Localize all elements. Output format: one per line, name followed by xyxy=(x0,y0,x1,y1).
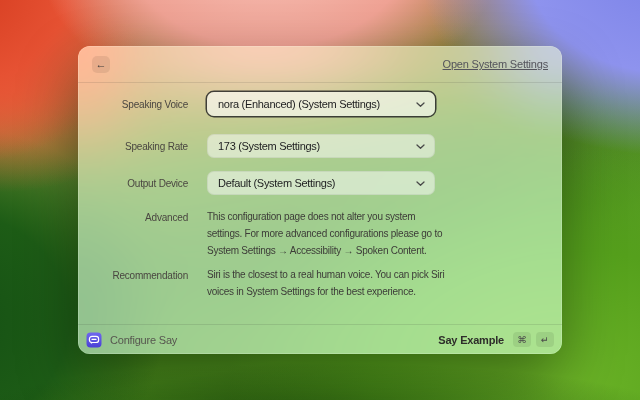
advanced-note: Advanced This configuration page does no… xyxy=(78,208,562,259)
configure-say-window: ← Open System Settings Speaking Voice no… xyxy=(78,46,562,354)
speaking-rate-row: Speaking Rate 173 (System Settings) xyxy=(78,134,562,158)
advanced-label: Advanced xyxy=(78,208,188,226)
say-speech-bubble-icon xyxy=(86,332,102,348)
speaking-rate-label: Speaking Rate xyxy=(78,139,188,154)
speaking-rate-dropdown[interactable]: 173 (System Settings) xyxy=(207,134,435,158)
say-example-action[interactable]: Say Example ⌘ ↵ xyxy=(438,332,554,347)
output-device-row: Output Device Default (System Settings) xyxy=(78,171,562,195)
output-device-value: Default (System Settings) xyxy=(218,177,335,189)
speaking-voice-dropdown[interactable]: nora (Enhanced) (System Settings) xyxy=(207,92,435,116)
return-key-icon: ↵ xyxy=(536,332,554,347)
open-system-settings-link[interactable]: Open System Settings xyxy=(443,58,548,70)
description-section: Advanced This configuration page does no… xyxy=(78,208,562,307)
back-arrow-icon: ← xyxy=(96,58,107,70)
speaking-voice-label: Speaking Voice xyxy=(78,97,188,112)
chevron-down-icon xyxy=(416,100,425,109)
recommendation-note: Recommendation Siri is the closest to a … xyxy=(78,266,562,300)
speaking-voice-row: Speaking Voice nora (Enhanced) (System S… xyxy=(78,92,562,116)
back-button[interactable]: ← xyxy=(92,56,110,73)
recommendation-label: Recommendation xyxy=(78,266,188,284)
speaking-voice-value: nora (Enhanced) (System Settings) xyxy=(218,98,380,110)
advanced-text: This configuration page does not alter y… xyxy=(207,208,445,259)
window-header: ← Open System Settings xyxy=(78,46,562,83)
command-key-icon: ⌘ xyxy=(513,332,531,347)
chevron-down-icon xyxy=(416,179,425,188)
command-name: Configure Say xyxy=(110,334,177,346)
output-device-dropdown[interactable]: Default (System Settings) xyxy=(207,171,435,195)
say-example-label: Say Example xyxy=(438,334,504,346)
chevron-down-icon xyxy=(416,142,425,151)
output-device-label: Output Device xyxy=(78,176,188,191)
footer-bar: Configure Say Say Example ⌘ ↵ xyxy=(78,324,562,354)
recommendation-text: Siri is the closest to a real human voic… xyxy=(207,266,445,300)
speaking-rate-value: 173 (System Settings) xyxy=(218,140,320,152)
